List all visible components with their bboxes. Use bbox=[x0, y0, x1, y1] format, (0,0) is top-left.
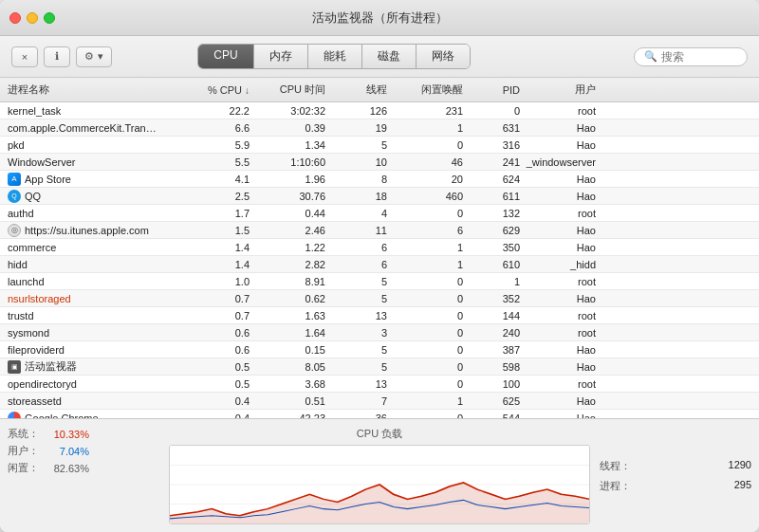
header-wakeups[interactable]: 闲置唤醒 bbox=[387, 83, 463, 97]
table-row[interactable]: ◎https://su.itunes.apple.com 1.5 2.46 11… bbox=[0, 222, 759, 239]
cell-cpu: 0.6 bbox=[178, 344, 250, 356]
cell-cputime: 0.39 bbox=[250, 122, 325, 134]
cell-cpu: 0.5 bbox=[178, 378, 250, 390]
stat-value-user: 7.04% bbox=[46, 446, 89, 457]
cell-name: opendirectoryd bbox=[8, 378, 178, 390]
cell-wakeups: 0 bbox=[387, 361, 463, 373]
cell-name: authd bbox=[8, 208, 178, 219]
stat-row-idle: 闲置： 82.63% bbox=[8, 461, 159, 475]
stats-panel: 系统： 10.33% 用户： 7.04% 闲置： 82.63% bbox=[8, 427, 159, 524]
info-button[interactable]: ℹ bbox=[44, 46, 70, 67]
table-row[interactable]: AApp Store 4.1 1.96 8 20 624 Hao bbox=[0, 171, 759, 188]
cell-user: Hao bbox=[520, 122, 596, 134]
threads-value: 1290 bbox=[729, 459, 751, 473]
header-threads[interactable]: 线程 bbox=[325, 83, 387, 97]
cell-threads: 3 bbox=[325, 327, 387, 339]
cell-pid: 624 bbox=[463, 174, 520, 185]
tab-memory[interactable]: 内存 bbox=[254, 45, 308, 68]
close-button[interactable] bbox=[9, 12, 21, 24]
table-row[interactable]: pkd 5.9 1.34 5 0 316 Hao bbox=[0, 137, 759, 154]
table-row[interactable]: fileproviderd 0.6 0.15 5 0 387 Hao bbox=[0, 341, 759, 358]
right-stats: 线程： 1290 进程： 295 bbox=[600, 427, 751, 524]
table-row[interactable]: com.apple.CommerceKit.Tran… 6.6 0.39 19 … bbox=[0, 119, 759, 137]
traffic-lights bbox=[9, 12, 55, 24]
table-row[interactable]: nsurlstoraged 0.7 0.62 5 0 352 Hao bbox=[0, 290, 759, 307]
header-cputime[interactable]: CPU 时间 bbox=[250, 83, 325, 97]
header-user[interactable]: 用户 bbox=[520, 83, 596, 97]
cell-user: Hao bbox=[520, 361, 596, 373]
cell-cpu: 4.1 bbox=[178, 174, 250, 185]
cpu-chart bbox=[170, 446, 589, 523]
cell-threads: 11 bbox=[325, 225, 387, 236]
cell-pid: 241 bbox=[463, 156, 520, 168]
table-row[interactable]: commerce 1.4 1.22 6 1 350 Hao bbox=[0, 239, 759, 256]
cell-wakeups: 1 bbox=[387, 395, 463, 407]
cell-name: sysmond bbox=[8, 327, 178, 339]
table-row[interactable]: sysmond 0.6 1.64 3 0 240 root bbox=[0, 324, 759, 341]
chart-title: CPU 负载 bbox=[169, 427, 590, 441]
tab-energy[interactable]: 能耗 bbox=[308, 45, 362, 68]
search-input[interactable] bbox=[661, 50, 737, 64]
cell-user: _hidd bbox=[520, 259, 596, 270]
cell-cpu: 0.5 bbox=[178, 361, 250, 373]
window-title: 活动监视器（所有进程） bbox=[312, 9, 448, 27]
table-row[interactable]: QQQ 2.5 30.76 18 460 611 Hao bbox=[0, 188, 759, 205]
cell-name: Google Chrome bbox=[8, 412, 178, 419]
table-row[interactable]: storeassetd 0.4 0.51 7 1 625 Hao bbox=[0, 393, 759, 410]
cell-name: hidd bbox=[8, 259, 178, 270]
cell-user: Hao bbox=[520, 344, 596, 356]
table-row[interactable]: Google Chrome 0.4 42.23 36 0 544 Hao bbox=[0, 410, 759, 418]
cell-name: pkd bbox=[8, 139, 178, 151]
table-row[interactable]: launchd 1.0 8.91 5 0 1 root bbox=[0, 273, 759, 290]
cell-wakeups: 0 bbox=[387, 276, 463, 287]
appstore-icon: A bbox=[8, 173, 21, 186]
header-cpu[interactable]: % CPU ↓ bbox=[178, 84, 250, 96]
table-row[interactable]: WindowServer 5.5 1:10:60 10 46 241 _wind… bbox=[0, 154, 759, 171]
table-row[interactable]: kernel_task 22.2 3:02:32 126 231 0 root bbox=[0, 102, 759, 119]
cell-cpu: 0.7 bbox=[178, 293, 250, 304]
cell-name: nsurlstoraged bbox=[8, 293, 178, 304]
cell-pid: 144 bbox=[463, 310, 520, 321]
cell-threads: 126 bbox=[325, 105, 387, 117]
cell-wakeups: 0 bbox=[387, 378, 463, 390]
cell-cpu: 1.4 bbox=[178, 259, 250, 270]
cell-threads: 5 bbox=[325, 344, 387, 356]
table-row[interactable]: opendirectoryd 0.5 3.68 13 0 100 root bbox=[0, 376, 759, 393]
minimize-button[interactable] bbox=[27, 12, 38, 24]
tab-network[interactable]: 网络 bbox=[417, 45, 470, 68]
right-stat-threads: 线程： 1290 bbox=[600, 459, 751, 473]
cell-user: root bbox=[520, 327, 596, 339]
cell-user: root bbox=[520, 105, 596, 117]
cell-name: QQQ bbox=[8, 190, 178, 203]
cell-pid: 610 bbox=[463, 259, 520, 270]
cell-name: WindowServer bbox=[8, 156, 178, 168]
header-pid[interactable]: PID bbox=[463, 84, 520, 96]
cell-wakeups: 231 bbox=[387, 105, 463, 117]
gear-button[interactable]: ⚙ ▾ bbox=[76, 46, 112, 67]
table-row[interactable]: hidd 1.4 2.82 6 1 610 _hidd bbox=[0, 256, 759, 273]
bottom-panel: 系统： 10.33% 用户： 7.04% 闲置： 82.63% CPU 负载 bbox=[0, 418, 759, 532]
cell-user: Hao bbox=[520, 293, 596, 304]
tab-cpu[interactable]: CPU bbox=[198, 45, 253, 68]
cell-name: trustd bbox=[8, 310, 178, 321]
stop-button[interactable]: × bbox=[11, 46, 38, 67]
tab-disk[interactable]: 磁盘 bbox=[362, 45, 417, 68]
maximize-button[interactable] bbox=[44, 12, 55, 24]
chrome-icon bbox=[8, 412, 21, 419]
search-icon: 🔍 bbox=[644, 50, 657, 63]
cell-threads: 5 bbox=[325, 293, 387, 304]
table-row[interactable]: trustd 0.7 1.63 13 0 144 root bbox=[0, 307, 759, 324]
header-name[interactable]: 进程名称 bbox=[8, 83, 178, 97]
cell-cputime: 1.64 bbox=[250, 327, 325, 339]
cell-cpu: 5.5 bbox=[178, 156, 250, 168]
tab-group: CPU 内存 能耗 磁盘 网络 bbox=[197, 44, 470, 69]
cell-threads: 6 bbox=[325, 242, 387, 253]
table-row[interactable]: ▣活动监视器 0.5 8.05 5 0 598 Hao bbox=[0, 358, 759, 376]
cell-pid: 625 bbox=[463, 395, 520, 407]
cell-user: _windowserver bbox=[520, 156, 596, 168]
table-row[interactable]: authd 1.7 0.44 4 0 132 root bbox=[0, 205, 759, 222]
cell-user: root bbox=[520, 208, 596, 219]
toolbar-left: × ℹ ⚙ ▾ bbox=[11, 46, 112, 67]
cell-threads: 5 bbox=[325, 276, 387, 287]
cell-wakeups: 1 bbox=[387, 242, 463, 253]
